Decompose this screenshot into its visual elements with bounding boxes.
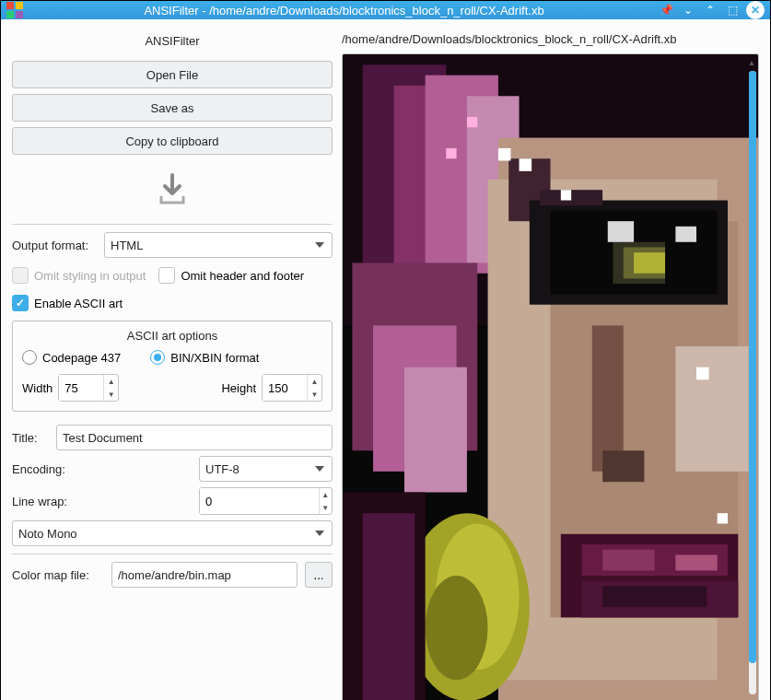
scroll-up-icon[interactable]: ▲ (747, 56, 756, 69)
app-title: ANSIFilter (12, 30, 333, 55)
download-icon (12, 160, 333, 216)
left-panel: ANSIFilter Open File Save as Copy to cli… (12, 30, 333, 700)
svg-rect-37 (520, 158, 532, 171)
linewrap-up-icon[interactable]: ▲ (320, 488, 332, 501)
height-input[interactable] (263, 375, 307, 401)
omit-header-label: Omit header and footer (181, 269, 304, 283)
colormap-label: Color map file: (12, 568, 104, 582)
width-label: Width (22, 381, 53, 395)
height-label: Height (221, 381, 256, 395)
linewrap-down-icon[interactable]: ▼ (320, 501, 332, 514)
titlebar-controls: 📌 ⌄ ⌃ ⬚ ✕ (658, 1, 765, 19)
codepage-437-label: Codepage 437 (42, 351, 121, 365)
width-down-icon[interactable]: ▼ (104, 388, 118, 401)
linewrap-spinbox[interactable]: ▲▼ (199, 487, 333, 515)
window-title: ANSIFilter - /home/andre/Downloads/block… (30, 4, 658, 18)
width-up-icon[interactable]: ▲ (104, 375, 118, 388)
colormap-input[interactable] (111, 562, 298, 588)
enable-ascii-checkbox[interactable] (12, 295, 29, 311)
shade-down-icon[interactable]: ⌄ (680, 2, 696, 18)
app-icon (6, 2, 23, 18)
ascii-options-group: ASCII art options Codepage 437 BIN/XBIN … (12, 321, 333, 412)
encoding-select[interactable]: UTF-8 (199, 456, 333, 482)
maximize-icon[interactable]: ⬚ (724, 2, 741, 18)
font-select[interactable]: Noto Mono (12, 520, 333, 546)
output-format-label: Output format: (12, 239, 97, 252)
separator-2 (12, 554, 333, 554)
bin-xbin-radio[interactable] (150, 350, 165, 365)
ansi-preview-image (343, 54, 758, 700)
codepage-437-radio[interactable] (22, 350, 37, 365)
height-up-icon[interactable]: ▲ (308, 375, 321, 388)
omit-header-checkbox[interactable] (158, 267, 175, 284)
svg-rect-42 (718, 513, 728, 523)
encoding-label: Encoding: (12, 462, 97, 476)
height-down-icon[interactable]: ▼ (308, 388, 321, 401)
svg-rect-35 (343, 54, 758, 700)
omit-styling-checkbox (12, 267, 29, 284)
title-label: Title: (12, 431, 49, 445)
scroll-down-icon[interactable]: ▼ (747, 696, 756, 700)
linewrap-label: Line wrap: (12, 495, 97, 508)
filepath-label: /home/andre/Downloads/blocktronics_block… (342, 30, 759, 48)
bin-xbin-label: BIN/XBIN format (170, 351, 259, 365)
svg-rect-36 (498, 148, 511, 161)
title-input[interactable] (56, 425, 333, 450)
separator (12, 224, 333, 225)
close-icon[interactable]: ✕ (746, 1, 765, 19)
vertical-scrollbar-thumb[interactable] (749, 71, 756, 663)
ascii-options-title: ASCII art options (22, 329, 322, 343)
svg-rect-40 (446, 148, 456, 158)
svg-rect-39 (467, 117, 477, 127)
right-panel: /home/andre/Downloads/blocktronics_block… (342, 30, 759, 700)
save-as-button[interactable]: Save as (12, 94, 333, 122)
titlebar: ANSIFilter - /home/andre/Downloads/block… (1, 1, 770, 19)
svg-rect-38 (561, 190, 571, 200)
height-spinbox[interactable]: ▲▼ (262, 374, 322, 402)
vertical-scrollbar[interactable] (749, 71, 756, 694)
width-input[interactable] (59, 375, 103, 401)
svg-rect-41 (696, 368, 709, 380)
shade-up-icon[interactable]: ⌃ (702, 2, 718, 18)
linewrap-input[interactable] (200, 488, 319, 514)
preview-area: ▲ ▼ ◀ ▶ (342, 53, 759, 700)
omit-styling-label: Omit styling in output (34, 269, 146, 283)
browse-button[interactable]: ... (305, 562, 333, 588)
enable-ascii-label: Enable ASCII art (34, 297, 123, 310)
width-spinbox[interactable]: ▲▼ (58, 374, 119, 402)
pin-icon[interactable]: 📌 (658, 2, 674, 18)
open-file-button[interactable]: Open File (12, 61, 333, 88)
output-format-select[interactable]: HTML (104, 232, 333, 258)
copy-clipboard-button[interactable]: Copy to clipboard (12, 127, 333, 155)
